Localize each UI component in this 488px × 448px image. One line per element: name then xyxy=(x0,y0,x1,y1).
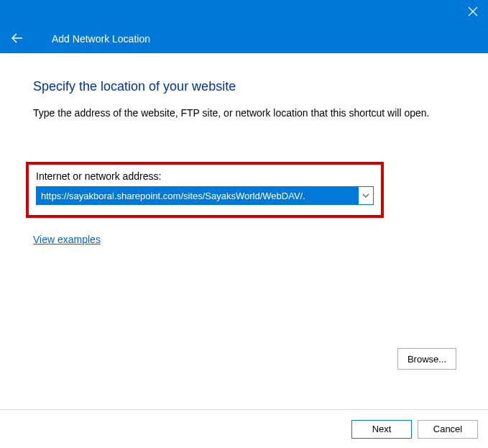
next-button[interactable]: Next xyxy=(351,420,412,439)
back-icon[interactable] xyxy=(10,31,52,47)
address-input[interactable] xyxy=(37,187,359,204)
address-label: Internet or network address: xyxy=(36,170,374,182)
cancel-button[interactable]: Cancel xyxy=(418,420,478,439)
content-area: Specify the location of your website Typ… xyxy=(0,53,488,119)
close-icon[interactable] xyxy=(468,6,478,19)
wizard-footer: Next Cancel xyxy=(0,409,488,448)
page-subtext: Type the address of the website, FTP sit… xyxy=(33,107,455,119)
chevron-down-icon[interactable] xyxy=(359,187,373,204)
address-combobox[interactable] xyxy=(36,186,374,205)
view-examples-link[interactable]: View examples xyxy=(33,234,101,245)
wizard-title: Add Network Location xyxy=(52,33,150,45)
browse-button[interactable]: Browse... xyxy=(397,348,456,370)
title-bar xyxy=(0,0,488,24)
wizard-header: Add Network Location xyxy=(0,24,488,53)
page-heading: Specify the location of your website xyxy=(33,79,455,94)
address-section: Internet or network address: xyxy=(26,162,384,218)
